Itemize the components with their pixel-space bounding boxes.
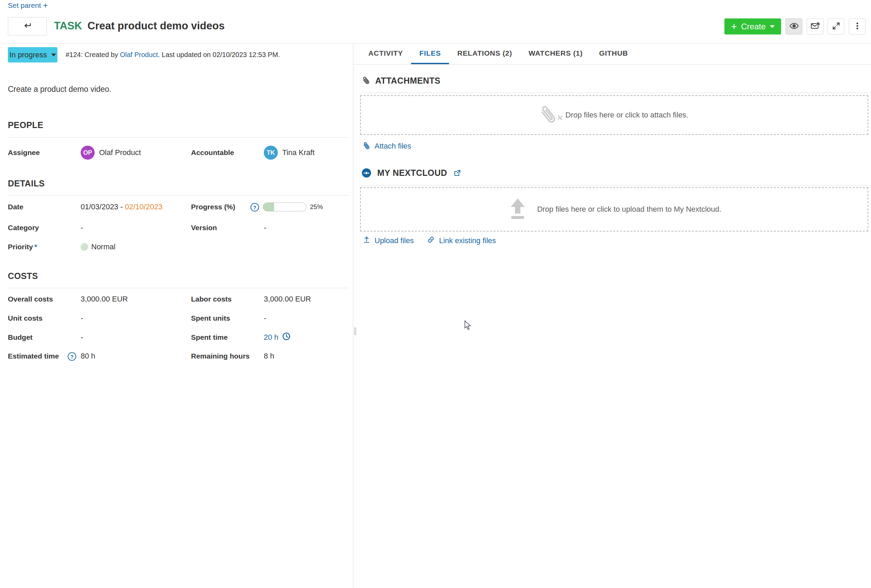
- meta-prefix: #124: Created by: [66, 51, 120, 59]
- tab-activity[interactable]: ACTIVITY: [360, 43, 411, 64]
- watch-button[interactable]: [786, 18, 802, 34]
- back-arrow-icon: [22, 21, 33, 31]
- priority-label: Priority: [8, 243, 33, 251]
- help-icon[interactable]: ?: [250, 203, 259, 211]
- spent-time-text: 20 h: [264, 333, 278, 342]
- expand-icon: [832, 21, 841, 32]
- version-value[interactable]: -: [264, 223, 266, 232]
- upload-icon: [363, 236, 370, 246]
- date-value[interactable]: 01/03/2023-02/10/2023: [81, 203, 163, 211]
- help-icon[interactable]: ?: [68, 352, 76, 361]
- create-button[interactable]: + Create: [724, 18, 781, 34]
- attach-files-label: Attach files: [374, 142, 412, 151]
- fullscreen-button[interactable]: [828, 18, 844, 34]
- labor-costs-label: Labor costs: [191, 295, 232, 303]
- budget-spenttime-row: Budget - Spent time 20 h: [0, 330, 353, 345]
- overall-labor-row: Overall costs 3,000.00 EUR Labor costs 3…: [0, 291, 353, 307]
- envelope-check-icon: [811, 21, 820, 32]
- back-button[interactable]: [8, 17, 47, 36]
- mouse-cursor: [464, 320, 473, 332]
- people-section-heading: PEOPLE: [8, 120, 43, 130]
- accountable-label: Accountable: [191, 149, 234, 157]
- accountable-name: Tina Kraft: [282, 148, 315, 157]
- category-version-row: Category - Version -: [0, 220, 353, 235]
- details-section-heading: DETAILS: [8, 179, 45, 188]
- section-divider: [8, 288, 349, 288]
- progress-bar-fill: [263, 203, 274, 211]
- description-text[interactable]: Create a product demo video.: [8, 85, 111, 94]
- chevron-down-icon: [770, 25, 775, 28]
- paperclip-icon: [361, 140, 372, 152]
- assignee-value[interactable]: OP Olaf Product: [81, 145, 141, 160]
- kebab-menu-icon: [853, 21, 862, 32]
- page-title: TASK Creat product demo videos: [54, 20, 224, 32]
- category-value[interactable]: -: [81, 223, 83, 232]
- link-existing-files-label: Link existing files: [439, 236, 496, 245]
- paperclip-plus-icon: [536, 102, 561, 128]
- unit-spentunits-row: Unit costs - Spent units -: [0, 310, 353, 326]
- tab-watchers[interactable]: WATCHERS (1): [521, 43, 591, 64]
- mark-notifications-read-button[interactable]: [807, 18, 823, 34]
- meta-suffix: . Last updated on 02/10/2023 12:53 PM.: [158, 51, 280, 59]
- upload-files-label: Upload files: [374, 236, 414, 245]
- detail-tabs: ACTIVITY FILES RELATIONS (2) WATCHERS (1…: [353, 43, 871, 64]
- status-label: In progress: [9, 51, 47, 60]
- priority-text: Normal: [91, 242, 115, 251]
- budget-value[interactable]: -: [81, 333, 83, 342]
- link-existing-files-link[interactable]: Link existing files: [427, 236, 496, 246]
- status-dropdown[interactable]: In progress: [8, 47, 57, 63]
- tab-relations[interactable]: RELATIONS (2): [449, 43, 520, 64]
- scrollbar-thumb[interactable]: [354, 327, 356, 335]
- estimated-remaining-row: Estimated time ? 80 h Remaining hours 8 …: [0, 348, 353, 364]
- link-icon: [427, 236, 435, 246]
- required-marker: *: [34, 243, 37, 251]
- attachments-dropzone[interactable]: Drop files here or click to attach files…: [360, 95, 868, 135]
- more-actions-button[interactable]: [849, 18, 865, 34]
- progress-percent-text: 25%: [310, 203, 323, 211]
- paperclip-icon: [360, 75, 372, 87]
- tab-github[interactable]: GITHUB: [591, 43, 636, 64]
- nextcloud-heading-text: MY NEXTCLOUD: [377, 168, 447, 178]
- panel-divider: [353, 44, 353, 588]
- labor-costs-value[interactable]: 3,000.00 EUR: [264, 295, 311, 304]
- work-package-page: Set parent + TASK Creat product demo vid…: [0, 0, 871, 588]
- chevron-down-icon: [51, 54, 56, 56]
- set-parent-link[interactable]: Set parent +: [8, 1, 48, 10]
- spent-time-value[interactable]: 20 h: [264, 332, 291, 343]
- author-link[interactable]: Olaf Product: [120, 51, 158, 59]
- progress-bar[interactable]: [263, 203, 307, 211]
- unit-costs-value[interactable]: -: [81, 314, 83, 323]
- priority-value[interactable]: Normal: [81, 242, 115, 251]
- progress-label: Progress (%): [191, 203, 235, 211]
- overall-costs-value[interactable]: 3,000.00 EUR: [81, 295, 128, 304]
- date-end: 02/10/2023: [125, 203, 162, 211]
- estimated-time-label: Estimated time: [8, 352, 59, 360]
- version-label: Version: [191, 224, 217, 232]
- nextcloud-heading: MY NEXTCLOUD: [362, 168, 461, 178]
- category-label: Category: [8, 224, 39, 232]
- work-package-subject[interactable]: Creat product demo videos: [87, 20, 224, 32]
- overall-costs-label: Overall costs: [8, 295, 53, 303]
- tab-files[interactable]: FILES: [411, 43, 449, 64]
- remaining-hours-label: Remaining hours: [191, 352, 250, 360]
- external-link-icon[interactable]: [453, 169, 461, 177]
- avatar: TK: [264, 145, 278, 160]
- nextcloud-dropzone[interactable]: Drop files here or click to upload them …: [360, 187, 868, 231]
- attach-files-link[interactable]: Attach files: [363, 142, 412, 151]
- remaining-hours-value[interactable]: 8 h: [264, 352, 274, 361]
- plus-icon: +: [731, 22, 737, 31]
- avatar: OP: [81, 145, 95, 160]
- spent-units-value[interactable]: -: [264, 314, 266, 323]
- work-package-type[interactable]: TASK: [54, 20, 82, 32]
- unit-costs-label: Unit costs: [8, 314, 43, 322]
- nextcloud-dropzone-text: Drop files here or click to upload them …: [537, 205, 721, 214]
- upload-files-link[interactable]: Upload files: [363, 236, 414, 246]
- assignee-label: Assignee: [8, 149, 40, 157]
- plus-icon: +: [43, 2, 48, 9]
- accountable-value[interactable]: TK Tina Kraft: [264, 145, 315, 160]
- estimated-time-value[interactable]: 80 h: [81, 352, 95, 361]
- costs-section-heading: COSTS: [8, 271, 38, 281]
- priority-row: Priority* Normal: [0, 239, 353, 254]
- attachments-heading-text: ATTACHMENTS: [375, 76, 440, 86]
- section-divider: [360, 185, 868, 185]
